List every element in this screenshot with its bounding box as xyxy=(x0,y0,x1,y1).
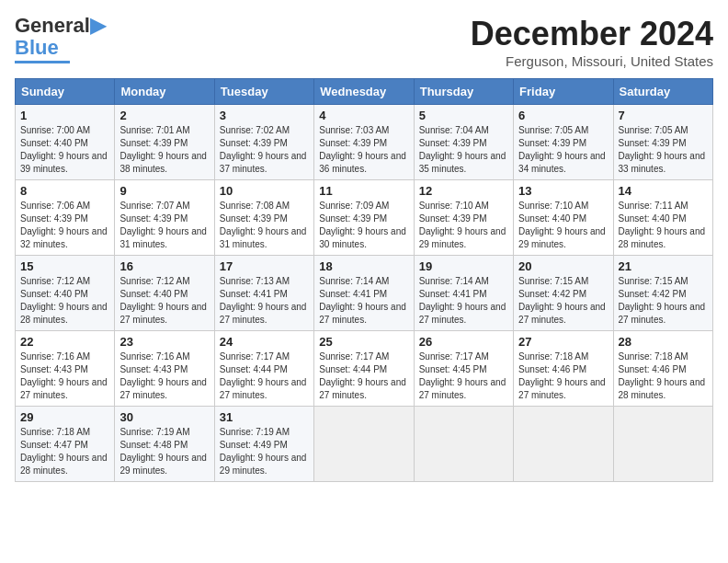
logo: General▶ Blue xyxy=(15,15,106,63)
day-number: 4 xyxy=(319,109,408,122)
day-number: 23 xyxy=(119,335,209,349)
day-number: 14 xyxy=(619,184,708,198)
weekday-header-tuesday: Tuesday xyxy=(214,79,313,105)
day-number: 10 xyxy=(220,184,309,198)
day-number: 18 xyxy=(319,259,408,273)
calendar-cell xyxy=(414,407,513,482)
day-info: Sunrise: 7:14 AM Sunset: 4:41 PM Dayligh… xyxy=(419,275,508,327)
day-info: Sunrise: 7:15 AM Sunset: 4:42 PM Dayligh… xyxy=(619,275,708,327)
day-info: Sunrise: 7:15 AM Sunset: 4:42 PM Dayligh… xyxy=(518,275,608,327)
logo-underline xyxy=(15,61,70,63)
calendar-cell: 14 Sunrise: 7:11 AM Sunset: 4:40 PM Dayl… xyxy=(613,180,712,256)
day-number: 16 xyxy=(119,259,209,273)
calendar-cell: 1 Sunrise: 7:00 AM Sunset: 4:40 PM Dayli… xyxy=(16,105,115,180)
day-info: Sunrise: 7:12 AM Sunset: 4:40 PM Dayligh… xyxy=(119,275,209,327)
calendar-cell: 3 Sunrise: 7:02 AM Sunset: 4:39 PM Dayli… xyxy=(214,105,313,180)
day-info: Sunrise: 7:16 AM Sunset: 4:43 PM Dayligh… xyxy=(20,350,109,402)
calendar-cell xyxy=(314,407,414,482)
day-info: Sunrise: 7:00 AM Sunset: 4:40 PM Dayligh… xyxy=(20,124,109,176)
day-number: 30 xyxy=(119,410,209,424)
logo-text: General▶ xyxy=(15,15,106,37)
calendar-cell: 13 Sunrise: 7:10 AM Sunset: 4:40 PM Dayl… xyxy=(514,180,613,256)
logo-blue-text: Blue xyxy=(15,37,59,59)
calendar-cell: 7 Sunrise: 7:05 AM Sunset: 4:39 PM Dayli… xyxy=(613,105,712,180)
day-number: 17 xyxy=(220,259,309,273)
day-info: Sunrise: 7:18 AM Sunset: 4:46 PM Dayligh… xyxy=(518,350,608,402)
calendar-table: SundayMondayTuesdayWednesdayThursdayFrid… xyxy=(15,78,713,482)
calendar-cell: 31 Sunrise: 7:19 AM Sunset: 4:49 PM Dayl… xyxy=(214,407,313,482)
day-number: 31 xyxy=(220,410,309,424)
calendar-cell: 20 Sunrise: 7:15 AM Sunset: 4:42 PM Dayl… xyxy=(514,256,613,331)
day-info: Sunrise: 7:05 AM Sunset: 4:39 PM Dayligh… xyxy=(619,124,708,176)
calendar-cell: 5 Sunrise: 7:04 AM Sunset: 4:39 PM Dayli… xyxy=(414,105,513,180)
calendar-cell xyxy=(514,407,613,482)
day-number: 25 xyxy=(319,335,408,349)
day-number: 9 xyxy=(119,184,209,198)
day-info: Sunrise: 7:04 AM Sunset: 4:39 PM Dayligh… xyxy=(419,124,508,176)
weekday-header-monday: Monday xyxy=(115,79,214,105)
calendar-cell: 21 Sunrise: 7:15 AM Sunset: 4:42 PM Dayl… xyxy=(613,256,712,331)
calendar-cell: 19 Sunrise: 7:14 AM Sunset: 4:41 PM Dayl… xyxy=(414,256,513,331)
calendar-cell: 22 Sunrise: 7:16 AM Sunset: 4:43 PM Dayl… xyxy=(16,331,115,407)
calendar-cell: 24 Sunrise: 7:17 AM Sunset: 4:44 PM Dayl… xyxy=(214,331,313,407)
weekday-header-sunday: Sunday xyxy=(16,79,115,105)
day-info: Sunrise: 7:02 AM Sunset: 4:39 PM Dayligh… xyxy=(220,124,309,176)
calendar-cell xyxy=(613,407,712,482)
day-number: 7 xyxy=(619,109,708,122)
calendar-cell: 27 Sunrise: 7:18 AM Sunset: 4:46 PM Dayl… xyxy=(514,331,613,407)
day-number: 13 xyxy=(518,184,608,198)
day-number: 3 xyxy=(220,109,309,122)
day-number: 5 xyxy=(419,109,508,122)
location-title: Ferguson, Missouri, United States xyxy=(471,53,713,69)
day-info: Sunrise: 7:07 AM Sunset: 4:39 PM Dayligh… xyxy=(119,200,209,251)
title-area: December 2024 Ferguson, Missouri, United… xyxy=(471,15,713,69)
day-number: 6 xyxy=(518,109,608,122)
calendar-cell: 30 Sunrise: 7:19 AM Sunset: 4:48 PM Dayl… xyxy=(115,407,214,482)
calendar-cell: 16 Sunrise: 7:12 AM Sunset: 4:40 PM Dayl… xyxy=(115,256,214,331)
day-info: Sunrise: 7:16 AM Sunset: 4:43 PM Dayligh… xyxy=(119,350,209,402)
day-info: Sunrise: 7:12 AM Sunset: 4:40 PM Dayligh… xyxy=(20,275,109,327)
calendar-cell: 29 Sunrise: 7:18 AM Sunset: 4:47 PM Dayl… xyxy=(16,407,115,482)
calendar-cell: 4 Sunrise: 7:03 AM Sunset: 4:39 PM Dayli… xyxy=(314,105,414,180)
day-number: 28 xyxy=(619,335,708,349)
day-info: Sunrise: 7:10 AM Sunset: 4:40 PM Dayligh… xyxy=(518,200,608,251)
weekday-header-saturday: Saturday xyxy=(613,79,712,105)
day-info: Sunrise: 7:18 AM Sunset: 4:47 PM Dayligh… xyxy=(20,426,109,477)
day-info: Sunrise: 7:19 AM Sunset: 4:49 PM Dayligh… xyxy=(220,426,309,477)
day-info: Sunrise: 7:10 AM Sunset: 4:39 PM Dayligh… xyxy=(419,200,508,251)
day-number: 20 xyxy=(518,259,608,273)
day-number: 2 xyxy=(119,109,209,122)
day-info: Sunrise: 7:17 AM Sunset: 4:45 PM Dayligh… xyxy=(419,350,508,402)
calendar-cell: 11 Sunrise: 7:09 AM Sunset: 4:39 PM Dayl… xyxy=(314,180,414,256)
day-number: 29 xyxy=(20,410,109,424)
calendar-cell: 12 Sunrise: 7:10 AM Sunset: 4:39 PM Dayl… xyxy=(414,180,513,256)
weekday-header-thursday: Thursday xyxy=(414,79,513,105)
page-header: General▶ Blue December 2024 Ferguson, Mi… xyxy=(15,15,713,69)
day-info: Sunrise: 7:01 AM Sunset: 4:39 PM Dayligh… xyxy=(119,124,209,176)
calendar-cell: 26 Sunrise: 7:17 AM Sunset: 4:45 PM Dayl… xyxy=(414,331,513,407)
day-number: 8 xyxy=(20,184,109,198)
calendar-cell: 6 Sunrise: 7:05 AM Sunset: 4:39 PM Dayli… xyxy=(514,105,613,180)
day-number: 22 xyxy=(20,335,109,349)
day-info: Sunrise: 7:03 AM Sunset: 4:39 PM Dayligh… xyxy=(319,124,408,176)
day-info: Sunrise: 7:14 AM Sunset: 4:41 PM Dayligh… xyxy=(319,275,408,327)
calendar-cell: 23 Sunrise: 7:16 AM Sunset: 4:43 PM Dayl… xyxy=(115,331,214,407)
day-info: Sunrise: 7:09 AM Sunset: 4:39 PM Dayligh… xyxy=(319,200,408,251)
day-info: Sunrise: 7:13 AM Sunset: 4:41 PM Dayligh… xyxy=(220,275,309,327)
calendar-cell: 10 Sunrise: 7:08 AM Sunset: 4:39 PM Dayl… xyxy=(214,180,313,256)
day-number: 1 xyxy=(20,109,109,122)
day-number: 11 xyxy=(319,184,408,198)
weekday-header-friday: Friday xyxy=(514,79,613,105)
calendar-cell: 28 Sunrise: 7:18 AM Sunset: 4:46 PM Dayl… xyxy=(613,331,712,407)
day-number: 19 xyxy=(419,259,508,273)
day-number: 21 xyxy=(619,259,708,273)
day-info: Sunrise: 7:19 AM Sunset: 4:48 PM Dayligh… xyxy=(119,426,209,477)
day-info: Sunrise: 7:11 AM Sunset: 4:40 PM Dayligh… xyxy=(619,200,708,251)
calendar-cell: 18 Sunrise: 7:14 AM Sunset: 4:41 PM Dayl… xyxy=(314,256,414,331)
month-title: December 2024 xyxy=(471,15,713,53)
day-number: 26 xyxy=(419,335,508,349)
calendar-cell: 17 Sunrise: 7:13 AM Sunset: 4:41 PM Dayl… xyxy=(214,256,313,331)
day-number: 24 xyxy=(220,335,309,349)
calendar-cell: 25 Sunrise: 7:17 AM Sunset: 4:44 PM Dayl… xyxy=(314,331,414,407)
day-info: Sunrise: 7:17 AM Sunset: 4:44 PM Dayligh… xyxy=(319,350,408,402)
